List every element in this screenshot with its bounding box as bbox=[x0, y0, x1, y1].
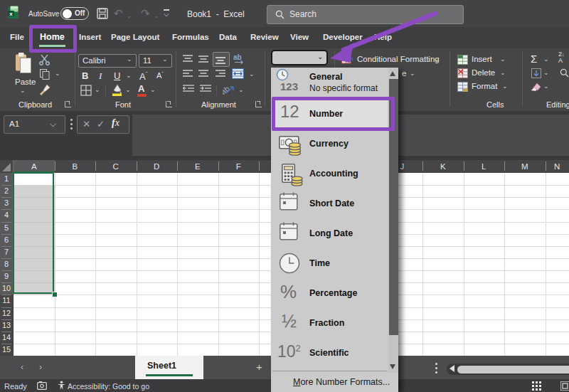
svg-text:ab: ab bbox=[233, 53, 242, 61]
svg-text:x: x bbox=[9, 11, 13, 17]
svg-text:123: 123 bbox=[280, 80, 298, 92]
